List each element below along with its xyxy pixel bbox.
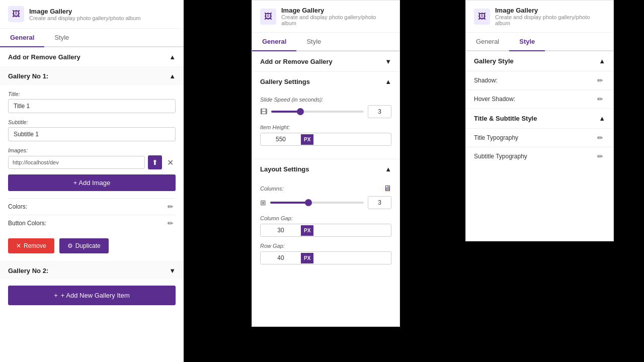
column-gap-row: Column Gap: PX (260, 215, 391, 237)
gallery-settings-body: Slide Speed (in seconds): 🎞 Item Height:… (252, 92, 399, 159)
grid-icon: ⊞ (260, 199, 266, 207)
middle-panel-header-text: Image Gallery Create and display photo g… (281, 7, 391, 26)
left-panel-title: Image Gallery (29, 8, 140, 15)
add-remove-gallery-left[interactable]: Add or Remove Gallery ▲ (0, 47, 184, 67)
duplicate-button[interactable]: ⚙ Duplicate (59, 238, 109, 253)
item-height-unit: PX (301, 134, 313, 145)
slide-speed-value-group (368, 105, 391, 118)
add-remove-gallery-middle: Add or Remove Gallery ▼ (252, 51, 399, 71)
duplicate-gear-icon: ⚙ (67, 242, 73, 249)
subtitle-typography-edit-button[interactable]: ✏ (595, 151, 605, 161)
chevron-up-gallery-style: ▲ (599, 57, 605, 65)
image-gallery-icon-middle: 🖼 (260, 9, 276, 25)
button-colors-edit-button[interactable]: ✏ (166, 218, 176, 228)
slide-speed-slider-row: 🎞 (260, 105, 391, 118)
subtitle-typography-row: Subtitle Typography ✏ (466, 147, 613, 165)
plus-icon: + (54, 292, 58, 299)
add-gallery-item-button[interactable]: + + Add New Gallery Item (8, 286, 176, 305)
title-typography-edit-button[interactable]: ✏ (595, 133, 605, 143)
gallery-no1-header[interactable]: Gallery No 1: ▲ (0, 67, 184, 85)
title-typography-row: Title Typography ✏ (466, 128, 613, 147)
columns-slider-row: ⊞ (260, 196, 391, 209)
tab-general-right[interactable]: General (466, 33, 509, 51)
column-gap-value-group: PX (260, 224, 391, 237)
remove-image-button[interactable]: ✕ (165, 158, 176, 167)
colors-edit-button[interactable]: ✏ (166, 202, 176, 212)
right-panel-title: Image Gallery (495, 7, 605, 14)
colors-row: Colors: ✏ (8, 198, 176, 215)
action-buttons: ✕ Remove ⚙ Duplicate (8, 238, 176, 253)
columns-value-input[interactable] (368, 197, 391, 209)
right-tabs: General Style (466, 33, 613, 51)
chevron-up-layout: ▲ (385, 165, 391, 173)
title-label: Title: (8, 91, 176, 97)
slide-speed-slider[interactable] (271, 111, 364, 113)
left-panel-header: 🖼 Image Gallery Create and display photo… (0, 0, 184, 29)
chevron-up-gallery-settings: ▲ (385, 78, 391, 85)
upload-button[interactable]: ⬆ (148, 155, 162, 169)
add-remove-section-header-middle[interactable]: Add or Remove Gallery ▼ (252, 52, 399, 71)
title-subtitle-section: Title & Subtitle Style ▲ Title Typograph… (466, 108, 613, 165)
column-gap-label: Column Gap: (260, 215, 391, 221)
tab-style-middle[interactable]: Style (296, 33, 331, 51)
middle-panel-subtitle: Create and display photo gallery/photo a… (281, 14, 391, 26)
columns-slider[interactable] (270, 202, 364, 204)
row-gap-value-group: PX (260, 251, 391, 264)
tab-general-middle[interactable]: General (252, 33, 296, 51)
chevron-down-no2: ▼ (169, 267, 176, 275)
right-panel-header-text: Image Gallery Create and display photo g… (495, 7, 605, 26)
gallery-no1-body: Title: Subtitle: Images: ⬆ ✕ + Add Image… (0, 85, 184, 261)
item-height-value-group: PX (260, 133, 391, 146)
layout-settings-section: Layout Settings ▲ Columns: 🖥 ⊞ (252, 159, 399, 278)
button-colors-row: Button Colors: ✏ (8, 215, 176, 231)
slide-speed-label: Slide Speed (in seconds): (260, 97, 391, 103)
middle-tabs: General Style (252, 33, 399, 51)
left-tabs: General Style (0, 29, 184, 47)
columns-value-group (368, 196, 391, 209)
hover-shadow-row: Hover Shadow: ✏ (466, 89, 613, 108)
tab-style-left[interactable]: Style (44, 29, 79, 47)
add-image-button[interactable]: + Add Image (8, 174, 176, 191)
layout-settings-body: Columns: 🖥 ⊞ Column Gap: (252, 179, 399, 278)
columns-label: Columns: (260, 186, 283, 192)
gallery-no1-card: Gallery No 1: ▲ Title: Subtitle: Images:… (0, 67, 184, 261)
left-panel: 🖼 Image Gallery Create and display photo… (0, 0, 184, 362)
left-panel-subtitle: Create and display photo gallery/photo a… (29, 15, 140, 21)
monitor-icon: 🖥 (383, 184, 391, 193)
chevron-up-no1: ▲ (169, 72, 176, 80)
slide-speed-value-input[interactable] (368, 106, 391, 118)
shadow-edit-button[interactable]: ✏ (595, 75, 605, 85)
remove-button[interactable]: ✕ Remove (8, 238, 54, 253)
tab-style-right[interactable]: Style (509, 33, 545, 51)
left-panel-header-text: Image Gallery Create and display photo g… (29, 8, 140, 21)
row-gap-label: Row Gap: (260, 243, 391, 249)
title-subtitle-section-header[interactable]: Title & Subtitle Style ▲ (466, 109, 613, 128)
chevron-up-left: ▲ (169, 53, 176, 61)
tab-general-left[interactable]: General (0, 29, 44, 47)
middle-panel-title: Image Gallery (281, 7, 391, 14)
layout-settings-header[interactable]: Layout Settings ▲ (252, 159, 399, 179)
hover-shadow-edit-button[interactable]: ✏ (595, 94, 605, 104)
image-url-input[interactable] (8, 156, 145, 169)
middle-panel-content: Add or Remove Gallery ▼ Gallery Settings… (252, 51, 399, 326)
right-panel-subtitle: Create and display photo gallery/photo a… (495, 14, 605, 26)
image-gallery-icon-left: 🖼 (8, 6, 24, 22)
gallery-style-section-header[interactable]: Gallery Style ▲ (466, 51, 613, 71)
middle-panel-header: 🖼 Image Gallery Create and display photo… (252, 1, 399, 33)
right-panel: 🖼 Image Gallery Create and display photo… (465, 0, 614, 241)
chevron-up-title-subtitle: ▲ (599, 115, 605, 122)
row-gap-value-input[interactable] (261, 252, 301, 264)
column-gap-value-input[interactable] (261, 224, 301, 236)
chevron-down-add-remove-middle: ▼ (385, 58, 391, 65)
columns-label-row: Columns: 🖥 (260, 184, 391, 193)
gallery-settings-header[interactable]: Gallery Settings ▲ (252, 72, 399, 92)
left-panel-content: Add or Remove Gallery ▲ Gallery No 1: ▲ … (0, 47, 184, 362)
row-gap-unit: PX (301, 253, 313, 263)
images-label: Images: (8, 147, 176, 153)
gallery-no2-header[interactable]: Gallery No 2: ▼ (0, 262, 184, 280)
item-height-label: Item Height: (260, 124, 391, 130)
subtitle-input[interactable] (8, 127, 176, 141)
shadow-row: Shadow: ✏ (466, 71, 613, 89)
item-height-value-input[interactable] (261, 133, 301, 145)
title-input[interactable] (8, 99, 176, 113)
